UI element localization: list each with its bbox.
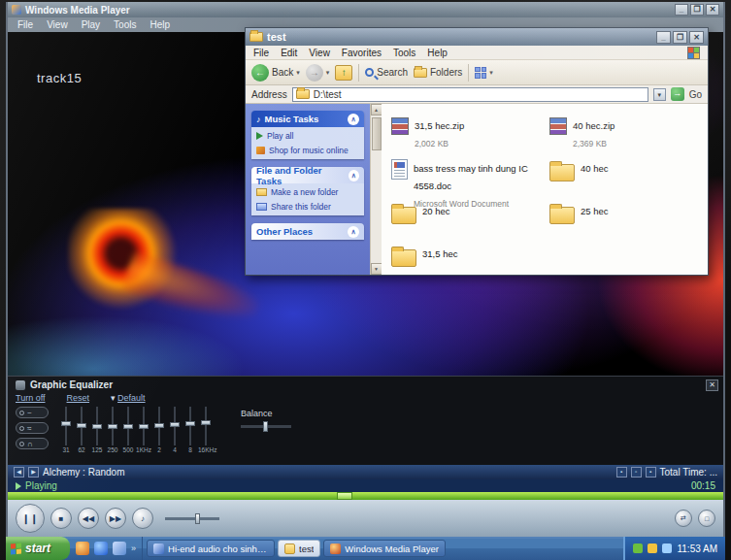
eq-turn-off-link[interactable]: Turn off [16, 393, 46, 403]
file-item[interactable]: 40 hec [548, 156, 700, 199]
show-equalizer-icon[interactable]: ▪ [616, 467, 627, 478]
shop-music-task[interactable]: Shop for music online [256, 146, 359, 155]
stop-button[interactable]: ■ [50, 508, 72, 529]
explorer-close-button[interactable]: ✕ [689, 31, 704, 44]
next-visualization-icon[interactable]: ▶ [28, 467, 39, 478]
file-item[interactable]: 40 hec.zip2,369 KB [548, 114, 700, 156]
explorer-minimize-button[interactable]: _ [656, 31, 671, 44]
explorer-menu-favorites[interactable]: Favorites [342, 48, 382, 58]
tray-volume-icon[interactable] [662, 544, 672, 553]
wmp-menu-play[interactable]: Play [82, 19, 100, 30]
wmp-close-button[interactable]: ✕ [706, 4, 719, 16]
volume-slider[interactable] [165, 517, 219, 520]
wmp-menu-help[interactable]: Help [150, 19, 170, 30]
eq-preset-dropdown[interactable]: ▾ Default [111, 393, 146, 403]
seek-thumb[interactable] [337, 492, 352, 500]
views-dropdown-icon[interactable]: ▾ [489, 69, 493, 77]
explorer-menu-tools[interactable]: Tools [393, 48, 415, 58]
quick-launch-overflow-icon[interactable]: » [131, 544, 136, 553]
mute-button[interactable]: ♪ [132, 508, 153, 529]
eq-slider-1khz[interactable] [136, 407, 151, 445]
seek-bar[interactable] [8, 492, 723, 500]
folders-button[interactable]: Folders [414, 67, 462, 78]
eq-slider-250[interactable] [105, 407, 120, 445]
address-input[interactable]: D:\test [292, 87, 648, 102]
eq-slider-62[interactable] [74, 407, 89, 445]
collapse-chevron-icon[interactable]: ∧ [348, 226, 359, 238]
switch-skin-button[interactable]: □ [698, 510, 715, 527]
file-item[interactable]: bass tress may tinh dung IC 4558.docMicr… [389, 156, 542, 199]
file-item[interactable]: 31,5 hec.zip2,002 KB [389, 114, 542, 156]
back-button[interactable]: ← Back ▾ [251, 64, 300, 82]
eq-reset-link[interactable]: Reset [67, 393, 90, 403]
scroll-up-icon[interactable]: ▲ [371, 104, 382, 115]
eq-slider-8khz[interactable] [183, 407, 198, 445]
eq-curve-tight-button[interactable]: ∩ [16, 438, 49, 449]
scroll-down-icon[interactable]: ▼ [371, 263, 382, 275]
go-icon[interactable]: → [671, 87, 684, 101]
tray-update-icon[interactable] [648, 544, 657, 553]
wmp-minimize-button[interactable]: _ [675, 4, 688, 16]
total-time: Total Time: ... [660, 467, 717, 478]
start-button[interactable]: start [6, 537, 70, 560]
eq-slider-16khz[interactable] [198, 407, 214, 445]
wmp-restore-button[interactable]: ❐ [690, 4, 704, 16]
eq-slider-125[interactable] [89, 407, 105, 445]
play-all-task[interactable]: Play all [256, 131, 359, 141]
wmp-menu-file[interactable]: File [17, 19, 33, 30]
scrollbar[interactable]: ▲ ▼ [370, 104, 382, 275]
views-button[interactable]: ▾ [475, 67, 493, 79]
shuffle-button[interactable]: ⇄ [675, 510, 692, 527]
explorer-menu-view[interactable]: View [309, 48, 330, 58]
taskbar-buttons: Hi-end audio cho sinh vie... test Window… [143, 537, 623, 560]
eq-curve-loose-button[interactable]: ~ [16, 407, 49, 418]
up-button[interactable]: ↑ [335, 65, 352, 81]
explorer-maximize-button[interactable]: ❐ [673, 31, 687, 44]
taskbar-item-wmp[interactable]: Windows Media Player [323, 540, 446, 557]
search-button[interactable]: Search [365, 67, 408, 78]
eq-curve-medium-button[interactable]: ≈ [16, 422, 49, 434]
explorer-menu-help[interactable]: Help [427, 48, 448, 58]
wmp-title: Windows Media Player [25, 5, 130, 16]
explorer-titlebar[interactable]: test _ ❐ ✕ [246, 28, 708, 46]
show-video-icon[interactable]: ▪ [646, 467, 656, 478]
explorer-menu-file[interactable]: File [253, 48, 269, 58]
collapse-chevron-icon[interactable]: ∧ [349, 170, 359, 181]
eq-slider-2khz[interactable] [151, 407, 167, 445]
wmp-menu-tools[interactable]: Tools [114, 19, 136, 30]
eq-slider-31[interactable] [58, 407, 74, 445]
taskbar-item-test[interactable]: test [278, 540, 320, 557]
wmp-menu-view[interactable]: View [47, 19, 68, 30]
show-playlist-icon[interactable]: ▫ [631, 467, 642, 478]
back-dropdown-icon[interactable]: ▾ [296, 69, 300, 77]
balance-slider[interactable] [241, 425, 291, 428]
quick-launch-media-icon[interactable] [76, 542, 89, 555]
go-label[interactable]: Go [689, 89, 702, 100]
tray-antivirus-icon[interactable] [633, 544, 643, 553]
scroll-thumb[interactable] [372, 117, 382, 150]
quick-launch-browser-icon[interactable] [94, 542, 108, 555]
quick-launch-desktop-icon[interactable] [113, 542, 126, 555]
file-item[interactable]: 31,5 hec [389, 242, 542, 284]
pause-button[interactable]: ❙❙ [16, 504, 45, 533]
file-item[interactable]: 25 hec [548, 199, 700, 242]
clock[interactable]: 11:53 AM [677, 544, 717, 554]
taskbar-item-hiend-audio[interactable]: Hi-end audio cho sinh vie... [147, 540, 275, 557]
forward-button[interactable]: → ▾ [306, 64, 330, 82]
file-item[interactable]: 20 hec [389, 199, 542, 242]
windows-flag-icon [11, 543, 21, 554]
collapse-chevron-icon[interactable]: ∧ [348, 114, 359, 125]
make-new-folder-task[interactable]: Make a new folder [256, 187, 359, 197]
share-folder-task[interactable]: Share this folder [256, 202, 359, 212]
forward-dropdown-icon[interactable]: ▾ [326, 69, 330, 77]
next-button[interactable]: ▶▶ [105, 508, 126, 529]
prev-visualization-icon[interactable]: ◀ [14, 467, 24, 478]
eq-slider-500[interactable] [120, 407, 136, 445]
eq-slider-4khz[interactable] [167, 407, 183, 445]
equalizer-close-icon[interactable]: ✕ [706, 379, 718, 391]
address-dropdown-icon[interactable]: ▾ [653, 88, 666, 101]
wmp-titlebar[interactable]: Windows Media Player _ ❐ ✕ [8, 2, 723, 17]
explorer-menu-edit[interactable]: Edit [281, 48, 297, 58]
eq-frequency-labels: 3162 125250 5001KHz 24 816KHz [58, 446, 214, 453]
previous-button[interactable]: ◀◀ [78, 508, 99, 529]
